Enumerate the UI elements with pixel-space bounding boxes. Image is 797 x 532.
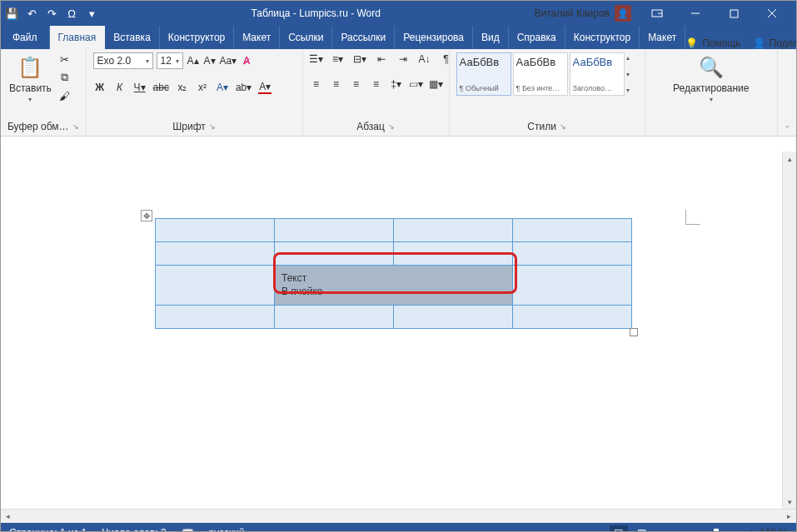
tab-view[interactable]: Вид (473, 26, 509, 49)
table-row[interactable] (156, 306, 632, 329)
editing-button[interactable]: 🔍 Редактирование ▾ (671, 52, 750, 105)
view-print-icon[interactable]: ▤ (610, 525, 628, 532)
numbering-icon[interactable]: ≡▾ (331, 52, 345, 66)
text-effects-icon[interactable]: A▾ (216, 81, 229, 94)
tab-file[interactable]: Файл (1, 26, 50, 49)
table-row[interactable]: Текст В ячейке (156, 266, 632, 306)
shrink-font-icon[interactable]: A▾ (203, 54, 217, 67)
group-label: Шрифт (172, 121, 205, 132)
clear-format-icon[interactable]: A̷ (240, 54, 253, 67)
cut-icon[interactable]: ✂ (58, 52, 72, 66)
document-area[interactable]: ✥ Текст В ячейке ▴ ▾ (1, 152, 796, 509)
highlight-icon[interactable]: ab▾ (236, 81, 252, 94)
launcher-icon[interactable]: ↘ (72, 122, 79, 131)
style-no-spacing[interactable]: АаБбВв ¶ Без инте… (513, 52, 568, 96)
borders-icon[interactable]: ▦▾ (430, 77, 443, 91)
bullets-icon[interactable]: ☰▾ (310, 52, 323, 66)
launcher-icon[interactable]: ↘ (388, 122, 395, 131)
align-right-icon[interactable]: ≡ (350, 77, 363, 91)
status-page[interactable]: Страница: 1 из 1 (9, 527, 87, 532)
styles-more[interactable]: ▴ ▾ ▾ (626, 52, 638, 96)
tell-me[interactable]: 💡Помощь (685, 37, 740, 49)
tab-home[interactable]: Главная (50, 26, 106, 49)
tab-help[interactable]: Справка (509, 26, 565, 49)
status-words[interactable]: Число слов: 3 (102, 527, 166, 532)
horizontal-scrollbar[interactable]: ◂ ▸ (1, 509, 796, 523)
view-read-icon[interactable]: ▭ (586, 525, 605, 532)
scroll-up-icon[interactable]: ▴ (783, 152, 796, 166)
share-button[interactable]: 👤Поделиться (753, 37, 797, 49)
zoom-in-icon[interactable]: + (749, 527, 755, 532)
align-center-icon[interactable]: ≡ (330, 77, 343, 91)
superscript-button[interactable]: x² (196, 81, 209, 94)
window-title: Таблица - Lumpics.ru - Word (97, 7, 534, 19)
tab-insert[interactable]: Вставка (105, 26, 160, 49)
maximize-button[interactable] (715, 1, 753, 26)
tab-review[interactable]: Рецензирова (395, 26, 473, 49)
align-left-icon[interactable]: ≡ (310, 77, 323, 91)
undo-icon[interactable]: ↶ (26, 7, 37, 19)
tab-table-design[interactable]: Конструктор (565, 26, 640, 49)
zoom-control[interactable]: − + 110 % (666, 527, 788, 532)
tab-layout[interactable]: Макет (234, 26, 280, 49)
italic-button[interactable]: К (113, 81, 127, 94)
font-color-icon[interactable]: A▾ (258, 81, 271, 94)
save-icon[interactable]: 💾 (6, 7, 17, 19)
page-corner-marker (685, 210, 700, 225)
scroll-right-icon[interactable]: ▸ (782, 512, 796, 520)
underline-button[interactable]: Ч▾ (133, 81, 147, 94)
zoom-value[interactable]: 110 % (760, 527, 788, 532)
group-label: Стили (527, 121, 556, 132)
scroll-down-icon[interactable]: ▾ (783, 495, 796, 509)
table-move-handle[interactable]: ✥ (141, 210, 152, 221)
minimize-button[interactable] (676, 1, 715, 26)
table-row[interactable] (156, 242, 632, 266)
justify-icon[interactable]: ≡ (370, 77, 383, 91)
paste-button[interactable]: 📋 Вставить ▾ (7, 52, 53, 105)
zoom-out-icon[interactable]: − (666, 527, 672, 532)
decrease-indent-icon[interactable]: ⇤ (375, 52, 388, 66)
collapse-ribbon-icon[interactable]: ⌃ (785, 125, 790, 132)
scroll-left-icon[interactable]: ◂ (1, 512, 15, 520)
qat-more-icon[interactable]: ▾ (86, 7, 97, 19)
view-web-icon[interactable]: ▦ (633, 525, 651, 532)
redo-icon[interactable]: ↷ (46, 7, 57, 19)
vertical-scrollbar[interactable]: ▴ ▾ (782, 152, 796, 509)
bold-button[interactable]: Ж (93, 81, 107, 94)
launcher-icon[interactable]: ↘ (560, 122, 566, 131)
increase-indent-icon[interactable]: ⇥ (396, 52, 410, 66)
status-proofing-icon[interactable]: 📖 (182, 527, 194, 532)
format-painter-icon[interactable]: 🖌 (58, 89, 72, 102)
copy-icon[interactable]: ⧉ (58, 71, 72, 84)
table-row[interactable] (156, 219, 632, 242)
status-language[interactable]: русский (209, 527, 245, 532)
tab-references[interactable]: Ссылки (280, 26, 332, 49)
launcher-icon[interactable]: ↘ (209, 122, 216, 131)
multilevel-icon[interactable]: ⊟▾ (353, 52, 366, 66)
shading-icon[interactable]: ▭▾ (410, 77, 423, 91)
tab-mailings[interactable]: Рассылки (332, 26, 395, 49)
line-spacing-icon[interactable]: ‡▾ (390, 77, 403, 91)
chevron-down-icon: ▾ (710, 96, 713, 103)
sort-icon[interactable]: A↓ (418, 52, 431, 66)
omega-icon[interactable]: Ω (66, 7, 77, 19)
style-heading1[interactable]: АаБбВв Заголово… (570, 52, 625, 96)
word-table[interactable]: Текст В ячейке (155, 218, 632, 329)
table-resize-handle[interactable] (630, 328, 638, 336)
ribbon-options-icon[interactable] (638, 1, 676, 26)
chevron-up-icon: ▴ (626, 54, 638, 62)
close-button[interactable] (753, 1, 791, 26)
style-normal[interactable]: АаБбВв ¶ Обычный (456, 52, 511, 96)
font-name-combo[interactable]: Exo 2.0▾ (93, 52, 153, 69)
page: ✥ Текст В ячейке (26, 152, 759, 501)
strike-button[interactable]: abc (153, 81, 169, 94)
subscript-button[interactable]: x₂ (176, 81, 189, 94)
user-account[interactable]: Виталий Каиров 👤 (534, 5, 631, 22)
clipboard-icon: 📋 (17, 54, 43, 81)
change-case-icon[interactable]: Aa▾ (220, 54, 237, 67)
grow-font-icon[interactable]: A▴ (187, 54, 200, 67)
tab-table-layout[interactable]: Макет (640, 26, 685, 49)
tab-design[interactable]: Конструктор (160, 26, 234, 49)
font-size-combo[interactable]: 12▾ (157, 52, 183, 69)
svg-rect-3 (730, 10, 738, 17)
